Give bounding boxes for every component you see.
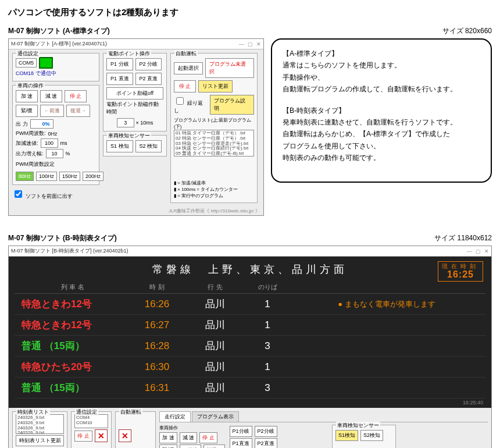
grp-sensor: 車両検知センサー S1 検知 S2 検知	[103, 135, 167, 157]
btn-prg-nosel[interactable]: プログラム未選択	[205, 58, 254, 78]
btn-kiritae[interactable]: 緊/復	[16, 105, 38, 117]
btn2-newbk[interactable]: ←前進	[180, 445, 201, 448]
train-name: 普通 （15両）	[15, 381, 131, 394]
btn-kidosel[interactable]: 起動選択	[174, 62, 203, 74]
list-item[interactable]: COM10	[76, 421, 106, 426]
conn-x-icon[interactable]: ✕	[95, 429, 108, 442]
pwm-label: PWM周波数:	[16, 130, 46, 137]
btn-p2t-b[interactable]: P2直進	[255, 438, 277, 448]
prog-title: プログラムリスト(上:最新プログラム(下)	[174, 117, 254, 130]
pwm-opt-0[interactable]: 80Hz	[16, 172, 34, 181]
btn2-teishi[interactable]: 停 止	[199, 432, 217, 443]
grp-auto-b: 自動運転 ✕	[115, 411, 156, 448]
board-row: 特急ときわ12号16:26品川1まもなく電車が発車します	[15, 294, 485, 315]
btn-kasoku[interactable]: 加 速	[16, 90, 38, 102]
direction: 上野、東京、品川方面	[208, 262, 348, 276]
kasoku-val[interactable]: 100	[41, 138, 58, 148]
train-name: 特急ひたち20号	[15, 360, 131, 374]
pwm-value: 0Hz	[48, 131, 58, 137]
chk-front-box[interactable]	[15, 190, 22, 198]
pwm-opt-1[interactable]: 100Hz	[36, 172, 57, 181]
btn2-gensoku[interactable]: 減 速	[180, 432, 198, 443]
btn2-kiritae[interactable]: 緊/復	[159, 445, 177, 448]
btn-p2b-b[interactable]: P2分岐	[255, 426, 277, 437]
list-item[interactable]: 240326_9.txt	[17, 431, 62, 434]
btn-p1b-b[interactable]: P1分岐	[230, 426, 252, 437]
grp-auto-label: 自動運転	[174, 50, 198, 58]
btn-newbk[interactable]: ←前進	[40, 105, 64, 117]
grp-sensor-b-label: 車両検知センサー	[336, 422, 380, 429]
close-icon[interactable]: ✕	[256, 41, 261, 47]
btn-s1-b[interactable]: S1検知	[335, 430, 358, 441]
btn-p1t-b[interactable]: P1直進	[230, 438, 252, 448]
grp-sensor-b: 車両検知センサー S1検知 S2検知	[332, 425, 396, 448]
train-time: 16:26	[131, 298, 183, 310]
board-row: 普通 （15両）16:31品川3-	[15, 378, 485, 399]
maximize-icon[interactable]: ▢	[248, 41, 253, 47]
col-track: のりば	[247, 283, 288, 291]
board-row: 特急ときわ12号16:27品川1-	[15, 315, 485, 336]
tab-run[interactable]: 走行設定	[159, 411, 191, 422]
btn-p2b[interactable]: P2 分岐	[135, 58, 162, 70]
status-led-icon	[39, 57, 53, 69]
btn-stop2[interactable]: 停 止	[174, 80, 196, 93]
speech-box: 【A-標準タイプ】 通常はこちらのソフトを使用します。 手動操作や、 自動運転プ…	[271, 38, 492, 183]
point-time-val[interactable]: 3	[117, 118, 134, 127]
btn-s1[interactable]: S1 検知	[106, 140, 133, 152]
train-track: 3	[247, 340, 288, 352]
minimize-icon[interactable]: —	[467, 248, 472, 254]
btn-newfw[interactable]: 後退→	[66, 105, 90, 117]
point-time-label: 電動ポイント励磁作動時間	[106, 101, 163, 116]
btn-s2-b[interactable]: S2検知	[360, 430, 383, 441]
com-port-select[interactable]: COM5	[16, 58, 37, 67]
btn-s2[interactable]: S2 検知	[135, 140, 162, 152]
board-row: 普通 （15両）16:28品川3-	[15, 336, 485, 357]
page-heading: パソコンで使用するソフトは2種類あります	[8, 7, 492, 18]
board-row: 特急ひたち20号16:30品川1-	[15, 357, 485, 378]
grp-tsushin: 通信設定 COM5 COM18 で通信中	[12, 53, 99, 81]
grp-tlist-label: 時刻表リスト	[16, 408, 50, 416]
pwm-opt-2[interactable]: 150Hz	[59, 172, 80, 181]
close-icon[interactable]: ✕	[484, 248, 489, 254]
btn-stop3[interactable]: 停 止	[74, 431, 92, 442]
btn-p1t[interactable]: P1 直進	[106, 73, 133, 85]
kasoku-label: 加減速値:	[16, 140, 38, 147]
chk-repeat-box[interactable]	[176, 97, 184, 105]
col-name: 列 車 名	[15, 283, 131, 291]
btn-p2t[interactable]: P2 直進	[135, 73, 162, 85]
btn-tlistupd[interactable]: 時刻表リスト更新	[16, 435, 64, 446]
chk-repeat[interactable]: 繰り返し	[174, 95, 208, 115]
grp-sensor-label: 車両検知センサー	[107, 132, 151, 140]
pwm-opt-3[interactable]: 200Hz	[83, 172, 103, 181]
btn-pointtmo[interactable]: ポイント励磁off	[106, 87, 163, 99]
soft-b-window: M-07 制御ソフト [B-時刻表タイプ] (ver.240402b1) — ▢…	[8, 246, 492, 448]
chk-front[interactable]: ソフトを前面に出す	[12, 189, 99, 200]
outinc-val[interactable]: 10	[46, 149, 63, 158]
btn-listupd[interactable]: リスト更新	[198, 80, 233, 93]
legend-tim: ▮ × 100ms = タイムカウンター	[174, 186, 254, 193]
maximize-icon[interactable]: ▢	[476, 248, 481, 254]
btn-teishi[interactable]: 停 止	[65, 90, 87, 102]
train-track: 3	[247, 382, 288, 394]
train-dest: 品川	[183, 381, 247, 394]
col-dest: 行 先	[183, 283, 247, 291]
grp-point: 電動ポイント操作 P1 分岐P2 分岐 P1 直進P2 直進 ポイント励磁off…	[103, 53, 167, 131]
prog-list[interactable]: 01 特急 タイマー往復（デモ）.txt 02 特急 センサー往復（デモ）.tx…	[174, 130, 254, 157]
clock-label: 現在時刻	[442, 263, 479, 269]
col-time: 時 刻	[131, 283, 183, 291]
speech-b-l4: 時刻表のみの動作も可能です。	[283, 152, 480, 163]
com-list[interactable]: COM4 COM10	[74, 414, 108, 428]
auto-x-icon[interactable]: ✕	[119, 429, 131, 442]
btn-p1b[interactable]: P1 分岐	[106, 58, 133, 70]
btn-gensoku[interactable]: 減 速	[40, 90, 62, 102]
timetable-list[interactable]: 240326_9.txt 240326_9.txt 240326_9.txt 2…	[16, 414, 64, 434]
btn2-newfw[interactable]: 後退→	[203, 445, 225, 448]
btn-prgexp[interactable]: プログラム説明	[210, 95, 254, 115]
train-name: 特急ときわ12号	[15, 318, 131, 332]
tab-prg[interactable]: プログラム表示	[192, 411, 239, 422]
speech-a-hd: 【A-標準タイプ】	[283, 48, 480, 59]
btn2-kasoku[interactable]: 加 速	[159, 432, 177, 443]
legend-run: ▮ = 実行中のプログラム	[174, 193, 254, 199]
train-time: 16:27	[131, 319, 183, 331]
minimize-icon[interactable]: —	[239, 41, 244, 47]
